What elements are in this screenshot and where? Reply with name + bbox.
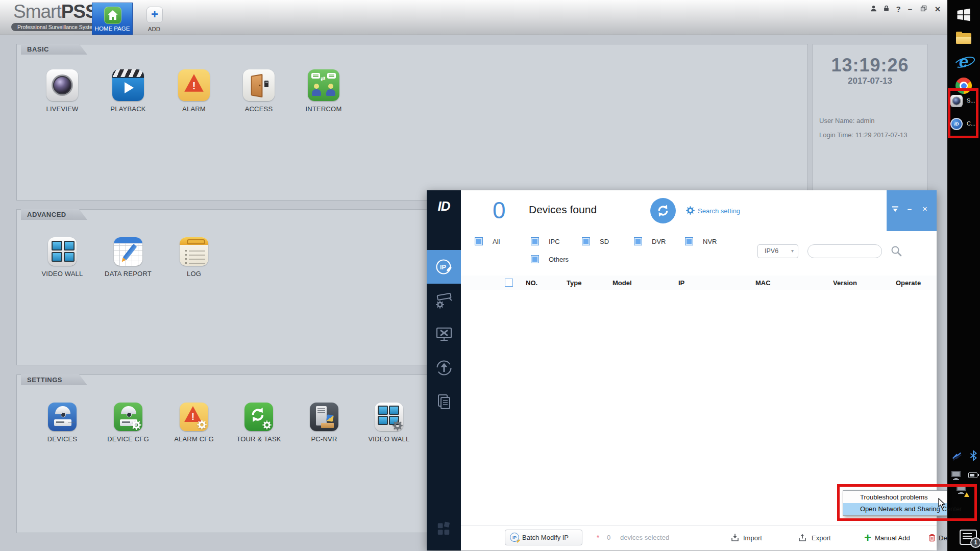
restore-button[interactable] [918, 5, 928, 14]
dialog-close-button[interactable]: × [920, 205, 929, 214]
nav-upgrade[interactable] [427, 351, 461, 385]
devices-icon [48, 403, 77, 431]
launcher-label: VIDEO WALL [34, 270, 90, 278]
required-asterisk: * [597, 534, 599, 541]
column-header[interactable]: Type [567, 279, 581, 287]
column-header[interactable]: NO. [526, 279, 537, 287]
video-wall-cfg-icon [375, 403, 403, 431]
launcher-tour-task[interactable]: TOUR & TASK [231, 403, 287, 443]
ip-version-select[interactable]: IPV6 ▾ [757, 244, 798, 258]
launcher-intercom[interactable]: ⇄ INTERCOM [296, 69, 352, 113]
refresh-icon [655, 203, 671, 218]
speech-bubble [311, 73, 320, 79]
user-account-button[interactable] [868, 5, 878, 14]
tab-add[interactable]: + ADD [139, 3, 169, 35]
launcher-devices[interactable]: DEVICES [34, 403, 90, 443]
device-search-input[interactable] [807, 244, 882, 258]
launcher-label: ALARM CFG [166, 435, 222, 443]
person-head [328, 84, 333, 89]
batch-modify-ip-button[interactable]: IP Batch Modify IP [505, 530, 582, 545]
nav-device-config[interactable] [427, 284, 461, 317]
dialog-minimize-button[interactable]: – [905, 205, 914, 214]
column-header[interactable]: Version [833, 279, 857, 287]
search-icon[interactable] [890, 245, 902, 257]
launcher-device-cfg[interactable]: DEVICE CFG [100, 403, 156, 443]
brand-light: Smart [13, 1, 61, 22]
import-button[interactable]: Import [743, 534, 762, 542]
column-header[interactable]: Operate [896, 279, 921, 287]
filter-label-sd[interactable]: SD [600, 238, 609, 245]
tour-task-icon [244, 403, 273, 431]
search-setting-link[interactable]: Search setting [698, 207, 740, 215]
filter-label-all[interactable]: All [493, 238, 500, 245]
launcher-playback[interactable]: PLAYBACK [100, 69, 156, 113]
ip-badge-icon: IP [510, 533, 519, 542]
filter-checkbox-others[interactable] [531, 255, 539, 263]
sync-app-tray-icon[interactable] [951, 451, 963, 462]
playback-icon [112, 69, 144, 101]
column-header[interactable]: IP [678, 279, 684, 287]
filter-checkbox-dvr[interactable] [634, 237, 642, 245]
launcher-label: TOUR & TASK [231, 435, 287, 443]
export-button[interactable]: Export [812, 534, 831, 542]
door-shape [251, 74, 263, 97]
filter-checkbox-sd[interactable] [582, 237, 590, 245]
refresh-button[interactable] [650, 198, 676, 223]
filter-checkbox-nvr[interactable] [685, 237, 693, 245]
launcher-label: PLAYBACK [100, 105, 156, 113]
ie-icon: e [955, 53, 972, 70]
launcher-alarm[interactable]: ! ALARM [166, 69, 222, 113]
filter-label-dvr[interactable]: DVR [652, 238, 666, 245]
display-tray-icon[interactable] [950, 469, 962, 481]
lock-button[interactable] [881, 5, 891, 14]
select-all-checkbox[interactable] [505, 279, 513, 287]
swap-arrows: ⇄ [321, 76, 325, 82]
clock-time: 13:19:26 [813, 55, 927, 76]
battery-icon[interactable] [968, 469, 979, 481]
launcher-alarm-cfg[interactable]: ! ALARM CFG [166, 403, 222, 443]
upgrade-icon [434, 358, 454, 378]
close-button[interactable]: × [933, 5, 943, 14]
launcher-pc-nvr[interactable]: PC-NVR [296, 403, 352, 443]
action-center-icon[interactable]: 1 [960, 530, 977, 545]
launcher-label: PC-NVR [296, 435, 352, 443]
selected-count: 0 [607, 534, 610, 541]
launcher-video-wall-cfg[interactable]: VIDEO WALL [361, 403, 417, 443]
launcher-video-wall[interactable]: VIDEO WALL [34, 237, 90, 278]
smartpss-logo: SmartPSS [13, 1, 97, 22]
nav-template[interactable] [427, 385, 461, 418]
launcher-data-report[interactable]: DATA REPORT [100, 237, 156, 278]
nav-system-tools[interactable] [427, 317, 461, 351]
home-icon [104, 7, 121, 24]
launcher-access[interactable]: ACCESS [231, 69, 287, 113]
bluetooth-icon[interactable] [968, 450, 979, 461]
internet-explorer-button[interactable]: e [947, 53, 980, 70]
launcher-log[interactable]: LOG [166, 237, 222, 278]
file-explorer-button[interactable] [947, 32, 980, 44]
camera-config-icon [434, 290, 454, 311]
log-icon [180, 237, 208, 266]
dialog-corner-controls: – × [887, 190, 937, 231]
launcher-label: ALARM [166, 105, 222, 113]
help-button[interactable]: ? [893, 5, 903, 14]
gear-icon [197, 420, 207, 430]
filter-checkbox-all[interactable] [475, 237, 483, 245]
minimize-button[interactable]: – [905, 5, 915, 14]
filter-label-ipc[interactable]: IPC [549, 238, 560, 245]
person-head [314, 84, 319, 89]
start-button[interactable] [947, 7, 980, 24]
devices-found-count: 0 [493, 196, 506, 224]
skin-filter-icon[interactable] [891, 205, 900, 214]
filter-label-nvr[interactable]: NVR [703, 238, 717, 245]
column-header[interactable]: Model [612, 279, 632, 287]
person-body [326, 89, 335, 96]
filter-checkbox-ipc[interactable] [531, 237, 539, 245]
puzzle-icon[interactable] [436, 521, 451, 536]
filter-label-others[interactable]: Others [549, 256, 569, 263]
tab-home-page[interactable]: HOME PAGE [92, 3, 133, 35]
nav-modify-ip[interactable] [427, 250, 461, 284]
column-header[interactable]: MAC [755, 279, 771, 287]
manual-add-button[interactable]: Manual Add [875, 534, 910, 542]
person-body [312, 89, 321, 96]
launcher-liveview[interactable]: LIVEVIEW [34, 69, 90, 113]
